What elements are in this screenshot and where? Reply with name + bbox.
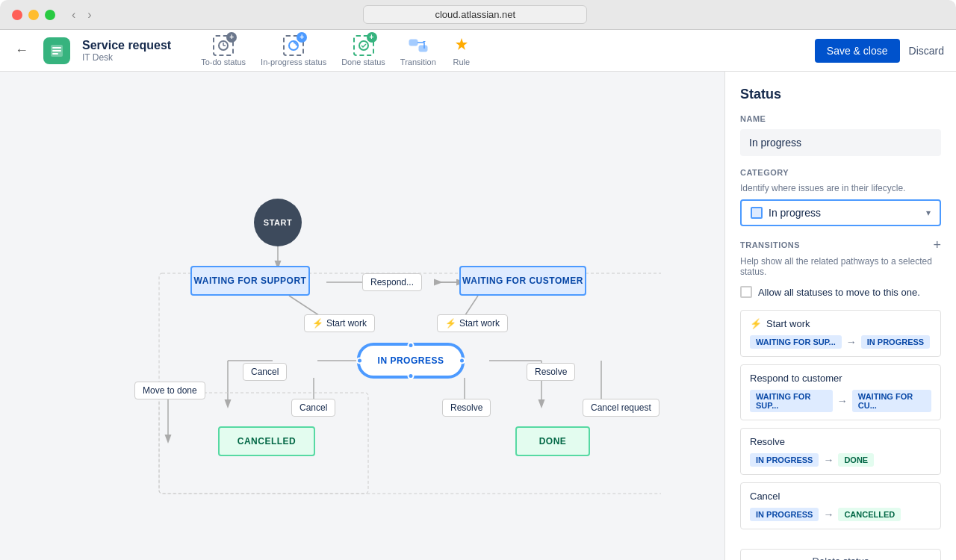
- in-progress-node[interactable]: IN PROGRESS: [358, 344, 463, 377]
- resolve-1-transition[interactable]: Resolve: [527, 363, 575, 381]
- category-checkbox: [751, 207, 763, 219]
- start-work-2-transition[interactable]: ⚡Start work: [437, 314, 508, 332]
- trans-name-row-2: Resolve: [750, 436, 931, 447]
- respond-label: Respond...: [370, 277, 414, 287]
- canvas-area[interactable]: START WAITING FOR SUPPORT Respond... WAI…: [0, 72, 724, 560]
- url-bar[interactable]: cloud.atlassian.net: [363, 5, 587, 24]
- app-container: ← Service request IT Desk + To-do status: [0, 30, 956, 560]
- close-button[interactable]: [12, 10, 22, 20]
- todo-status-icon: +: [213, 35, 234, 56]
- done-status-label: Done status: [341, 57, 385, 66]
- trans-name-row-3: Cancel: [750, 491, 931, 502]
- toolbar-actions: + To-do status + In-progress status + Do…: [201, 35, 472, 66]
- flow-arrow-2: →: [823, 454, 834, 466]
- todo-status-label: To-do status: [201, 57, 246, 66]
- respond-transition[interactable]: Respond...: [362, 273, 422, 291]
- start-node: START: [254, 199, 302, 246]
- waiting-customer-node[interactable]: WAITING FOR CUSTOMER: [459, 266, 586, 296]
- start-work-2-label: Start work: [459, 318, 500, 329]
- inprogress-status-icon: +: [283, 35, 304, 56]
- start-work-1-transition[interactable]: ⚡Start work: [304, 314, 375, 332]
- minimize-button[interactable]: [28, 10, 39, 20]
- svg-rect-29: [159, 273, 661, 494]
- category-select-label: In progress: [769, 207, 920, 219]
- svg-rect-2: [52, 50, 61, 52]
- flow-arrow-0: →: [846, 336, 857, 348]
- bolt-icon-2: ⚡: [445, 318, 456, 329]
- allow-all-checkbox[interactable]: [740, 286, 752, 298]
- in-progress-label: IN PROGRESS: [378, 355, 444, 366]
- category-field-desc: Identify where issues are in their lifec…: [740, 183, 941, 193]
- add-transition-button[interactable]: +: [933, 238, 941, 252]
- flow-to-3: CANCELLED: [838, 508, 901, 521]
- flow-from-2: IN PROGRESS: [750, 453, 819, 467]
- transition-card-1[interactable]: Respond to customer WAITING FOR SUP... →…: [740, 364, 941, 420]
- trans-name-row-1: Respond to customer: [750, 373, 931, 384]
- toolbar-right: Save & close Discard: [815, 39, 944, 63]
- done-label: DONE: [539, 436, 567, 447]
- transitions-section-title: TRANSITIONS: [740, 240, 800, 249]
- svg-rect-3: [52, 53, 58, 55]
- flow-arrow-1: →: [837, 395, 848, 407]
- svg-rect-1: [52, 47, 61, 49]
- flow-from-1: WAITING FOR SUP...: [750, 390, 833, 412]
- done-status-button[interactable]: + Done status: [341, 35, 385, 66]
- svg-rect-9: [409, 40, 418, 46]
- back-nav-button[interactable]: ‹: [67, 7, 80, 23]
- rule-button[interactable]: Rule: [451, 35, 472, 66]
- maximize-button[interactable]: [45, 10, 55, 20]
- cancel-2-label: Cancel: [299, 402, 327, 413]
- category-select[interactable]: In progress ▾: [740, 199, 941, 226]
- back-button[interactable]: ←: [12, 40, 31, 61]
- move-to-done-transition[interactable]: Move to done: [134, 382, 205, 399]
- cancel-1-transition[interactable]: Cancel: [243, 363, 287, 381]
- resolve-2-transition[interactable]: Resolve: [442, 399, 491, 417]
- cancelled-label: CANCELLED: [238, 436, 297, 447]
- resolve-1-label: Resolve: [535, 367, 567, 377]
- rule-label: Rule: [453, 57, 470, 66]
- transition-card-0[interactable]: ⚡ Start work WAITING FOR SUP... → IN PRO…: [740, 310, 941, 357]
- waiting-support-node[interactable]: WAITING FOR SUPPORT: [190, 266, 310, 296]
- flow-row-2: IN PROGRESS → DONE: [750, 453, 931, 467]
- cancel-request-transition[interactable]: Cancel request: [583, 399, 659, 417]
- inprogress-status-button[interactable]: + In-progress status: [261, 35, 326, 66]
- transitions-section-desc: Help show all the related pathways to a …: [740, 256, 941, 277]
- trans-name-1: Respond to customer: [750, 373, 842, 384]
- flow-to-1: WAITING FOR CU...: [852, 390, 931, 412]
- transitions-section-header: TRANSITIONS +: [740, 238, 941, 252]
- rule-icon: [451, 35, 472, 56]
- cancel-1-label: Cancel: [251, 367, 279, 377]
- name-field-label: NAME: [740, 114, 941, 123]
- delete-status-button[interactable]: Delete status: [740, 549, 941, 560]
- save-close-button[interactable]: Save & close: [815, 39, 900, 63]
- done-node[interactable]: DONE: [515, 426, 590, 456]
- flow-to-0: IN PROGRESS: [861, 335, 930, 349]
- cancel-request-label: Cancel request: [591, 402, 651, 413]
- trans-name-3: Cancel: [750, 491, 780, 502]
- move-to-done-label: Move to done: [143, 385, 197, 396]
- transition-card-3[interactable]: Cancel IN PROGRESS → CANCELLED: [740, 482, 941, 529]
- right-panel: Status NAME In progress CATEGORY Identif…: [724, 72, 956, 560]
- start-label: START: [264, 218, 292, 227]
- chevron-down-icon: ▾: [926, 208, 931, 218]
- trans-name-2: Resolve: [750, 436, 785, 447]
- svg-rect-10: [419, 46, 427, 52]
- forward-nav-button[interactable]: ›: [83, 7, 96, 23]
- service-info: Service request IT Desk: [82, 39, 171, 63]
- content-area: START WAITING FOR SUPPORT Respond... WAI…: [0, 72, 956, 560]
- bolt-icon-1: ⚡: [312, 318, 323, 329]
- flow-row-1: WAITING FOR SUP... → WAITING FOR CU...: [750, 390, 931, 412]
- flow-row-3: IN PROGRESS → CANCELLED: [750, 508, 931, 521]
- cancel-2-transition[interactable]: Cancel: [291, 399, 335, 417]
- service-name: Service request: [82, 39, 171, 52]
- inprogress-status-label: In-progress status: [261, 57, 326, 66]
- todo-status-button[interactable]: + To-do status: [201, 35, 246, 66]
- transition-card-2[interactable]: Resolve IN PROGRESS → DONE: [740, 428, 941, 475]
- window-chrome: ‹ › cloud.atlassian.net: [0, 0, 956, 30]
- service-icon: [43, 37, 70, 64]
- flow-to-2: DONE: [838, 453, 874, 467]
- transition-button[interactable]: Transition: [400, 35, 436, 66]
- cancelled-node[interactable]: CANCELLED: [218, 426, 315, 456]
- discard-button[interactable]: Discard: [909, 45, 944, 57]
- trans-name-row-0: ⚡ Start work: [750, 318, 931, 329]
